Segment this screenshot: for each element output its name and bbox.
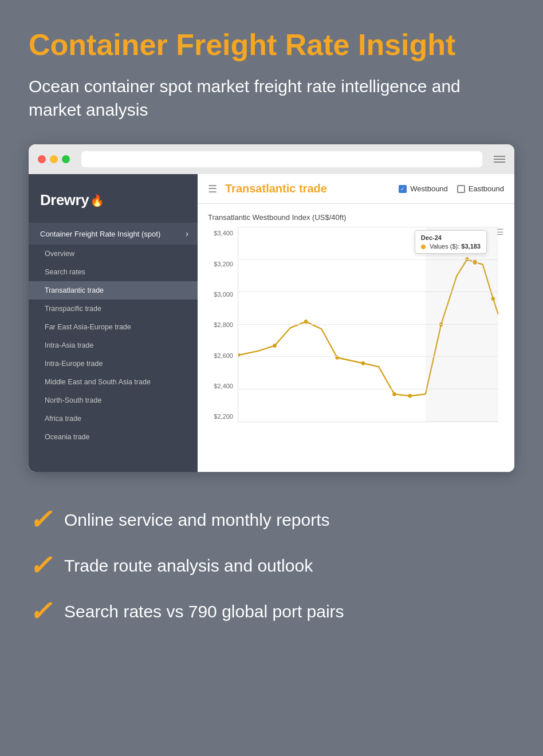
- sidebar-item-far-east[interactable]: Far East Asia-Europe trade: [29, 318, 198, 336]
- tooltip-value-text: $3,183: [461, 243, 481, 250]
- toggle-group: Westbound Eastbound: [399, 184, 504, 193]
- eastbound-label: Eastbound: [469, 184, 504, 193]
- sidebar-item-transatlantic[interactable]: Transatlantic trade: [29, 281, 198, 300]
- sidebar-item-north-south[interactable]: North-South trade: [29, 391, 198, 410]
- chart-tooltip: Dec-24 Values ($): $3,183: [415, 230, 487, 254]
- page-title: Container Freight Rate Insight: [29, 29, 514, 61]
- y-label-2400: $2,400: [208, 383, 237, 389]
- y-label-3200: $3,200: [208, 261, 237, 267]
- hero-subtitle: Ocean container spot market freight rate…: [29, 75, 514, 121]
- chart-dot: [408, 394, 411, 398]
- eastbound-toggle[interactable]: Eastbound: [457, 184, 504, 193]
- tooltip-value: Values ($): $3,183: [421, 243, 481, 250]
- sidebar-section-label: Container Freight Rate Insight (spot): [40, 230, 160, 238]
- browser-addressbar[interactable]: [81, 151, 482, 167]
- chart-dot: [361, 361, 365, 365]
- sidebar-item-oceania[interactable]: Oceania trade: [29, 428, 198, 446]
- checkmark-icon-3: ✓: [29, 598, 52, 625]
- westbound-toggle[interactable]: Westbound: [399, 184, 448, 193]
- y-label-3000: $3,000: [208, 291, 237, 298]
- sidebar-item-overview[interactable]: Overview: [29, 245, 198, 263]
- chart-title: Transatlantic Westbound Index (US$/40ft): [208, 213, 504, 222]
- main-header-title: Transatlantic trade: [225, 182, 391, 195]
- checkmark-icon-2: ✓: [29, 552, 52, 580]
- y-label-2200: $2,200: [208, 413, 237, 420]
- tooltip-date: Dec-24: [421, 234, 481, 241]
- feature-text-2: Trade route analysis and outlook: [64, 556, 313, 576]
- sidebar-item-intra-asia[interactable]: Intra-Asia trade: [29, 336, 198, 355]
- westbound-label: Westbound: [410, 184, 448, 193]
- browser-mockup: Drewry 🔥 Container Freight Rate Insight …: [29, 144, 514, 472]
- westbound-checkbox[interactable]: [399, 185, 407, 193]
- dot-red[interactable]: [38, 155, 46, 163]
- sidebar-item-intra-europe[interactable]: Intra-Europe trade: [29, 355, 198, 373]
- tooltip-dot-icon: [421, 245, 426, 249]
- chart-plot: Dec-24 Values ($): $3,183: [238, 227, 498, 422]
- feature-item-1: ✓ Online service and monthly reports: [29, 506, 514, 534]
- browser-menu-icon[interactable]: [494, 156, 505, 163]
- feature-text-1: Online service and monthly reports: [64, 510, 330, 530]
- sidebar: Drewry 🔥 Container Freight Rate Insight …: [29, 174, 198, 472]
- chart-container: ☰ $2,200 $2,400 $2,600 $2,800 $3,000 $3,…: [208, 227, 504, 439]
- browser-dots: [38, 155, 70, 163]
- feature-text-3: Search rates vs 790 global port pairs: [64, 601, 344, 622]
- feature-item-3: ✓ Search rates vs 790 global port pairs: [29, 598, 514, 625]
- chart-shaded-region: [426, 227, 498, 422]
- logo-flame-icon: 🔥: [90, 194, 104, 207]
- chart-dot: [304, 320, 308, 324]
- tooltip-label: Values ($):: [430, 243, 461, 250]
- chart-dot: [273, 344, 276, 348]
- sidebar-logo: Drewry 🔥: [29, 186, 198, 223]
- checkmark-icon-1: ✓: [29, 506, 52, 534]
- page-wrapper: Container Freight Rate Insight Ocean con…: [0, 0, 543, 756]
- chart-area: Transatlantic Westbound Index (US$/40ft)…: [198, 204, 514, 472]
- y-label-3400: $3,400: [208, 230, 237, 237]
- y-label-2800: $2,800: [208, 321, 237, 328]
- sidebar-section-header[interactable]: Container Freight Rate Insight (spot) ›: [29, 223, 198, 245]
- main-header: ☰ Transatlantic trade Westbound Eastboun…: [198, 174, 514, 204]
- dot-yellow[interactable]: [50, 155, 58, 163]
- chevron-right-icon: ›: [186, 229, 188, 238]
- chart-dot: [392, 392, 396, 396]
- y-label-2600: $2,600: [208, 352, 237, 359]
- eastbound-checkbox[interactable]: [457, 185, 465, 193]
- sidebar-item-middle-east[interactable]: Middle East and South Asia trade: [29, 373, 198, 391]
- sidebar-item-africa[interactable]: Africa trade: [29, 410, 198, 428]
- browser-titlebar: [29, 144, 514, 174]
- logo-text: Drewry: [40, 191, 89, 209]
- app-content: Drewry 🔥 Container Freight Rate Insight …: [29, 174, 514, 472]
- dot-green[interactable]: [62, 155, 70, 163]
- feature-item-2: ✓ Trade route analysis and outlook: [29, 552, 514, 580]
- features-list: ✓ Online service and monthly reports ✓ T…: [29, 501, 514, 625]
- y-axis: $2,200 $2,400 $2,600 $2,800 $3,000 $3,20…: [208, 227, 237, 422]
- table-icon: ☰: [208, 183, 217, 195]
- sidebar-item-search-rates[interactable]: Search rates: [29, 263, 198, 281]
- sidebar-item-transpacific[interactable]: Transpacific trade: [29, 300, 198, 318]
- main-panel: ☰ Transatlantic trade Westbound Eastboun…: [198, 174, 514, 472]
